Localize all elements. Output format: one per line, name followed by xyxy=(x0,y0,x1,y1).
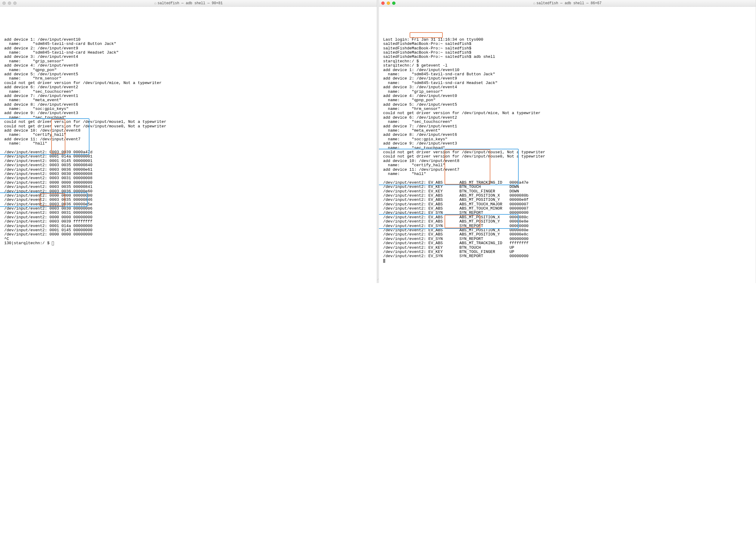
terminal-line: add device 9: /dev/input/event3 xyxy=(383,141,753,146)
terminal-line: /dev/input/event2: EV_SYN SYN_REPORT 000… xyxy=(383,237,753,241)
terminal-line: 130|starqltechn:/ $ xyxy=(4,241,374,245)
terminal-content-left[interactable]: add device 1: /dev/input/event10 name: "… xyxy=(0,7,377,283)
terminal-line: name: "hall" xyxy=(4,141,374,146)
terminal-line: add device 10: /dev/input/event8 xyxy=(383,159,753,163)
terminal-line: /dev/input/event2: EV_ABS ABS_MT_POSITIO… xyxy=(383,219,753,224)
minimize-dot[interactable] xyxy=(387,2,390,5)
terminal-line: could not get driver version for /dev/in… xyxy=(4,124,374,128)
window-title-right: ⌂ saltedfish — adb shell — 86×67 xyxy=(379,1,756,5)
terminal-line: could not get driver version for /dev/in… xyxy=(4,120,374,124)
terminal-line: add device 7: /dev/input/event1 xyxy=(383,124,753,128)
terminal-line: /dev/input/event2: EV_ABS ABS_MT_TOUCH_M… xyxy=(383,206,753,211)
terminal-line: add device 11: /dev/input/event7 xyxy=(383,168,753,172)
terminal-line: could not get driver version for /dev/in… xyxy=(4,81,374,85)
terminal-line: /dev/input/event2: 0003 0035 00000840 xyxy=(4,163,374,167)
terminal-line: name: "certify_hall" xyxy=(4,133,374,137)
terminal-line xyxy=(4,146,374,150)
terminal-line: name: "sdm845-tavil-snd-card Button Jack… xyxy=(4,42,374,46)
terminal-line: /dev/input/event2: 0000 0000 00000000 xyxy=(4,215,374,219)
terminal-line: name: "grip_sensor" xyxy=(383,90,753,94)
terminal-line: /dev/input/event2: 0003 0035 00000841 xyxy=(4,185,374,189)
terminal-line: add device 1: /dev/input/event10 xyxy=(4,38,374,42)
terminal-line: /dev/input/event2: EV_ABS ABS_MT_TRACKIN… xyxy=(383,241,753,245)
terminal-line: name: "hrm_sensor" xyxy=(4,76,374,81)
terminal-line: name: "soc:gpio_keys" xyxy=(383,137,753,141)
terminal-line: /dev/input/event2: EV_KEY BTN_TOOL_FINGE… xyxy=(383,250,753,254)
terminal-line: /dev/input/event2: 0000 0000 00000000 xyxy=(4,193,374,198)
terminal-line: add device 7: /dev/input/event1 xyxy=(4,94,374,98)
window-title-text-right: saltedfish — adb shell — 86×67 xyxy=(536,1,602,5)
terminal-line: name: "qpnp_pon" xyxy=(383,98,753,102)
terminal-line: add device 2: /dev/input/event9 xyxy=(383,76,753,81)
terminal-line: add device 1: /dev/input/event10 xyxy=(383,68,753,72)
terminal-pane-left[interactable]: ⌂ saltedfish — adb shell — 90×81 add dev… xyxy=(0,0,377,283)
terminal-line: /dev/input/event2: 0003 0031 00000008 xyxy=(4,176,374,180)
terminal-line: could not get driver version for /dev/in… xyxy=(383,150,753,154)
terminal-line: starqltechn:/ $ getevent -l xyxy=(383,63,753,68)
terminal-line: /dev/input/event2: 0003 0035 00000846 xyxy=(4,198,374,202)
terminal-line: add device 3: /dev/input/event4 xyxy=(383,85,753,89)
window-title-text-left: saltedfish — adb shell — 90×81 xyxy=(157,1,223,5)
terminal-line: name: "sdm845-tavil-snd-card Headset Jac… xyxy=(4,51,374,55)
terminal-line: /dev/input/event2: EV_SYN SYN_REPORT 000… xyxy=(383,211,753,215)
terminal-line: /dev/input/event2: EV_KEY BTN_TOUCH DOWN xyxy=(383,185,753,189)
terminal-line: /dev/input/event2: 0003 0036 00000e61 xyxy=(4,168,374,172)
traffic-lights-right xyxy=(381,2,395,5)
home-icon: ⌂ xyxy=(533,1,535,5)
terminal-line: /dev/input/event2: 0003 0039 ffffffff xyxy=(4,219,374,224)
terminal-line: Last login: Fri Jan 31 11:16:34 on ttys0… xyxy=(383,38,753,42)
terminal-line: add device 2: /dev/input/event9 xyxy=(4,46,374,51)
terminal-line: name: "hrm_sensor" xyxy=(383,107,753,111)
close-dot[interactable] xyxy=(381,2,385,5)
terminal-line: name: "sdm845-tavil-snd-card Headset Jac… xyxy=(383,81,753,85)
terminal-line: name: "hall" xyxy=(383,172,753,176)
terminal-line: /dev/input/event2: EV_ABS ABS_MT_POSITIO… xyxy=(383,232,753,237)
terminal-line: /dev/input/event2: EV_KEY BTN_TOOL_FINGE… xyxy=(383,189,753,193)
terminal-line: /dev/input/event2: 0003 0030 00000006 xyxy=(4,206,374,211)
terminal-line: name: "sec_touchpad" xyxy=(4,116,374,120)
terminal-line: saltedFishdeMacBook-Pro:~ saltedfish$ xyxy=(383,42,753,46)
terminal-line: name: "meta_event" xyxy=(4,98,374,102)
terminal-line: /dev/input/event2: 0003 0036 00000e60 xyxy=(4,189,374,193)
terminal-line: add device 8: /dev/input/event6 xyxy=(383,133,753,137)
terminal-line: name: "qpnp_pon" xyxy=(4,68,374,72)
terminal-line: /dev/input/event2: 0003 0039 0000a47d xyxy=(4,150,374,154)
terminal-line: add device 10: /dev/input/event8 xyxy=(4,128,374,133)
terminal-line: ^C xyxy=(4,237,374,241)
terminal-line: name: "certify_hall" xyxy=(383,163,753,167)
terminal-line: /dev/input/event2: 0001 0145 00000001 xyxy=(4,159,374,163)
terminal-line xyxy=(383,176,753,180)
terminal-line: add device 11: /dev/input/event7 xyxy=(4,137,374,141)
terminal-line: /dev/input/event2: 0000 0000 00000000 xyxy=(4,181,374,185)
terminal-line: /dev/input/event2: EV_SYN SYN_REPORT 000… xyxy=(383,224,753,228)
terminal-line: /dev/input/event2: EV_ABS ABS_MT_POSITIO… xyxy=(383,228,753,232)
minimize-dot[interactable] xyxy=(8,2,11,5)
terminal-line: could not get driver version for /dev/in… xyxy=(383,111,753,115)
terminal-line: name: "sec_touchpad" xyxy=(383,146,753,150)
terminal-line: name: "grip_sensor" xyxy=(4,59,374,63)
zoom-dot[interactable] xyxy=(13,2,17,5)
terminal-line: name: "sec_touchscreen" xyxy=(383,120,753,124)
terminal-pane-right[interactable]: ⌂ saltedfish — adb shell — 86×67 Last lo… xyxy=(379,0,756,283)
terminal-line: saltedFishdeMacBook-Pro:~ saltedfish$ xyxy=(383,46,753,51)
terminal-line: add device 5: /dev/input/event5 xyxy=(4,72,374,76)
terminal-line: /dev/input/event2: 0001 014a 00000000 xyxy=(4,224,374,228)
titlebar-right[interactable]: ⌂ saltedfish — adb shell — 86×67 xyxy=(379,0,756,7)
zoom-dot[interactable] xyxy=(392,2,395,5)
traffic-lights-left xyxy=(2,2,17,5)
window-title-left: ⌂ saltedfish — adb shell — 90×81 xyxy=(0,1,377,5)
terminal-line: starqltechn:/ $ xyxy=(383,59,753,63)
terminal-line: name: "sec_touchscreen" xyxy=(4,90,374,94)
terminal-line: add device 6: /dev/input/event2 xyxy=(4,85,374,89)
terminal-line: add device 4: /dev/input/event0 xyxy=(383,94,753,98)
terminal-line: add device 3: /dev/input/event4 xyxy=(4,55,374,59)
close-dot[interactable] xyxy=(2,2,6,5)
terminal-content-right[interactable]: Last login: Fri Jan 31 11:16:34 on ttys0… xyxy=(379,7,756,283)
terminal-line: /dev/input/event2: 0003 0030 00000008 xyxy=(4,172,374,176)
titlebar-left[interactable]: ⌂ saltedfish — adb shell — 90×81 xyxy=(0,0,377,7)
terminal-line: /dev/input/event2: 0003 0036 00000e5e xyxy=(4,202,374,206)
terminal-line xyxy=(383,258,753,263)
home-icon: ⌂ xyxy=(154,1,156,5)
terminal-line: add device 9: /dev/input/event3 xyxy=(4,111,374,115)
terminal-line: name: "meta_event" xyxy=(383,128,753,133)
